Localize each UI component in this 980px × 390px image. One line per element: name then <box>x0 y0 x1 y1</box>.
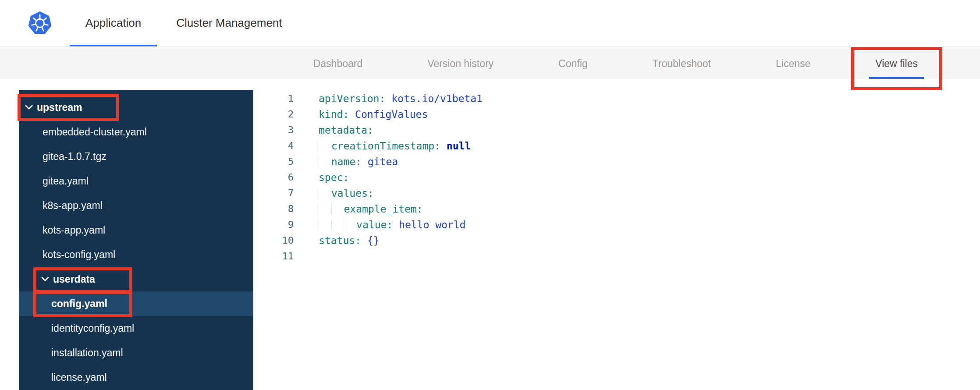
code-token: creationTimestamp: <box>331 140 440 152</box>
tree-file-installation-yaml[interactable]: installation.yaml <box>19 340 253 365</box>
kubernetes-logo-icon <box>28 11 52 35</box>
code-line: 7 values: <box>253 185 980 201</box>
code-token: ConfigValues <box>355 109 428 120</box>
subnav-tab-view-files[interactable]: View files <box>869 49 924 79</box>
tree-item-label: k8s-app.yaml <box>43 200 103 212</box>
top-header: ApplicationCluster Management <box>0 0 980 46</box>
code-token <box>385 93 391 104</box>
file-tree: upstreamembedded-cluster.yamlgitea-1.0.7… <box>19 90 253 390</box>
subnav-tabs: DashboardVersion historyConfigTroublesho… <box>0 49 980 79</box>
tree-item-label: kots-app.yaml <box>43 224 105 236</box>
code-token: example_item: <box>344 203 423 215</box>
chevron-down-icon <box>25 105 33 110</box>
code-token <box>440 140 447 152</box>
code-token: values: <box>331 188 374 199</box>
tree-item-label: gitea-1.0.7.tgz <box>43 151 107 163</box>
header-tab-cluster-management[interactable]: Cluster Management <box>160 0 298 46</box>
indent-guide <box>331 203 344 215</box>
subnav-tab-troubleshoot[interactable]: Troubleshoot <box>646 49 717 79</box>
code-line: 6spec: <box>253 170 980 185</box>
code-text: spec: <box>294 170 349 185</box>
tree-item-label: identityconfig.yaml <box>51 323 134 334</box>
line-number: 5 <box>253 154 294 170</box>
line-number: 4 <box>253 138 294 154</box>
code-token <box>361 235 367 246</box>
code-text: creationTimestamp: null <box>294 138 471 154</box>
code-token: status: <box>319 235 361 246</box>
code-token: name: <box>331 156 362 167</box>
tree-file-k8s-app-yaml[interactable]: k8s-app.yaml <box>19 193 253 218</box>
code-token <box>349 109 355 120</box>
tree-file-kots-config-yaml[interactable]: kots-config.yaml <box>19 242 253 267</box>
indent-guide <box>331 219 344 230</box>
header-tab-application[interactable]: Application <box>70 0 157 46</box>
header-tabs: ApplicationCluster Management <box>70 0 298 46</box>
code-token: gitea <box>368 156 398 167</box>
line-number: 8 <box>253 201 294 217</box>
code-text: kind: ConfigValues <box>294 106 428 122</box>
code-lines: 1apiVersion: kots.io/v1beta12kind: Confi… <box>253 91 980 264</box>
indent-guide <box>319 203 331 215</box>
code-editor[interactable]: 1apiVersion: kots.io/v1beta12kind: Confi… <box>253 90 980 390</box>
code-text: values: <box>294 185 374 201</box>
code-line: 2kind: ConfigValues <box>253 106 980 122</box>
code-token: kind: <box>319 109 349 120</box>
line-number: 2 <box>253 106 294 122</box>
code-line: 3metadata: <box>253 122 980 138</box>
chevron-down-icon <box>41 277 49 282</box>
line-number: 11 <box>253 248 294 264</box>
code-token: kots.io/v1beta1 <box>391 93 483 104</box>
code-token: apiVersion: <box>319 93 385 104</box>
code-text: status: {} <box>294 233 380 248</box>
line-number: 10 <box>253 233 294 248</box>
code-line: 5 name: gitea <box>253 154 980 170</box>
code-line: 10status: {} <box>253 233 980 248</box>
tree-file-config-yaml[interactable]: config.yaml <box>19 291 253 316</box>
tree-file-kots-app-yaml[interactable]: kots-app.yaml <box>19 218 253 242</box>
tree-file-gitea-yaml[interactable]: gitea.yaml <box>19 169 253 193</box>
tree-file-gitea-1-0-7-tgz[interactable]: gitea-1.0.7.tgz <box>19 144 253 169</box>
tree-file-license-yaml[interactable]: license.yaml <box>19 365 253 390</box>
code-text: apiVersion: kots.io/v1beta1 <box>294 91 483 106</box>
code-line: 4 creationTimestamp: null <box>253 138 980 154</box>
indent-guide <box>319 188 331 199</box>
tree-folder-userdata[interactable]: userdata <box>19 267 253 291</box>
tree-file-identityconfig-yaml[interactable]: identityconfig.yaml <box>19 316 253 340</box>
line-number: 7 <box>253 185 294 201</box>
indent-guide <box>319 156 331 167</box>
main-content: upstreamembedded-cluster.yamlgitea-1.0.7… <box>0 79 980 390</box>
code-line: 8 example_item: <box>253 201 980 217</box>
code-text <box>294 248 319 264</box>
code-line: 11 <box>253 248 980 264</box>
line-number: 1 <box>253 91 294 106</box>
tree-folder-upstream[interactable]: upstream <box>19 95 253 120</box>
indent-guide <box>319 219 331 230</box>
code-token: null <box>447 140 471 152</box>
line-number: 6 <box>253 170 294 185</box>
code-line: 9 value: hello world <box>253 217 980 233</box>
subnav-tab-config[interactable]: Config <box>552 49 593 79</box>
tree-file-embedded-cluster-yaml[interactable]: embedded-cluster.yaml <box>19 120 253 144</box>
subnav-tab-version-history[interactable]: Version history <box>421 49 500 79</box>
indent-guide <box>319 140 331 152</box>
line-number: 9 <box>253 217 294 233</box>
code-token: metadata: <box>319 124 373 136</box>
subnav-tab-dashboard[interactable]: Dashboard <box>307 49 369 79</box>
line-number: 3 <box>253 122 294 138</box>
code-token: hello world <box>399 219 465 230</box>
code-text: metadata: <box>294 122 373 138</box>
tree-item-label: userdata <box>53 273 95 285</box>
code-text: value: hello world <box>294 217 465 233</box>
tree-item-label: installation.yaml <box>51 347 123 359</box>
tree-item-label: license.yaml <box>51 372 107 383</box>
tree-item-label: config.yaml <box>51 298 107 310</box>
code-token: {} <box>367 235 380 246</box>
subnav-tab-license[interactable]: License <box>770 49 817 79</box>
code-text: example_item: <box>294 201 423 217</box>
code-token <box>393 219 399 230</box>
code-token <box>362 156 368 167</box>
tree-item-label: upstream <box>37 102 82 113</box>
code-token: value: <box>356 219 393 230</box>
code-line: 1apiVersion: kots.io/v1beta1 <box>253 91 980 106</box>
tree-item-label: gitea.yaml <box>43 175 89 187</box>
